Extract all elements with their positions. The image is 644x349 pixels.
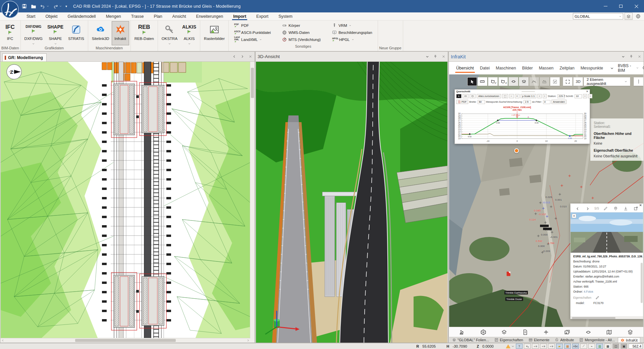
infrakit-nav-massen[interactable]: Massen: [536, 62, 556, 74]
profile-button[interactable]: [529, 77, 539, 86]
open-photo-button[interactable]: [633, 206, 639, 212]
node-list-toggle-2[interactable]: ∘≡: [540, 344, 547, 349]
dock-tab-global-folien[interactable]: "GLOBAL" Folien...: [450, 337, 491, 343]
images-icon[interactable]: [563, 328, 572, 336]
close-view-button[interactable]: [637, 54, 642, 59]
close-view-button[interactable]: [441, 54, 446, 59]
minimize-button[interactable]: [598, 0, 613, 12]
account-selector[interactable]: BVBS - BIM: [618, 63, 639, 73]
qs-prev-button[interactable]: ‹: [537, 94, 542, 98]
fill-toggle[interactable]: ▰: [556, 344, 563, 349]
globe-button[interactable]: [634, 13, 642, 20]
bridge-toggle[interactable]: ◫: [612, 344, 619, 349]
photo-prev-button[interactable]: [574, 206, 581, 212]
save-button[interactable]: [21, 3, 27, 9]
map-location-marker[interactable]: [514, 148, 519, 153]
edit-photo-button[interactable]: [602, 206, 609, 212]
diamond-icon[interactable]: [479, 328, 488, 336]
locate-photo-button[interactable]: [612, 206, 619, 212]
ribbon-button-landxml[interactable]: Land XMLLandXML: [233, 36, 272, 43]
menu-tab-mengen[interactable]: Mengen: [101, 12, 126, 20]
close-button[interactable]: [629, 0, 644, 12]
dock-tab-mengenliste-all[interactable]: Mengenliste - All...: [577, 337, 617, 343]
area-select-button[interactable]: [550, 77, 560, 86]
machine-icon[interactable]: [458, 328, 467, 336]
loop-icon[interactable]: [584, 328, 593, 336]
open-button[interactable]: [31, 3, 37, 9]
dock-tab-eigenschaften[interactable]: Eigenschaften: [492, 337, 526, 343]
qs-yscale-button[interactable]: y-Scale 1:1: [521, 94, 537, 98]
ribbon-button-dxf-dwg[interactable]: DXF/DWGDXF/DWG: [22, 21, 45, 45]
ribbon-button-alkis[interactable]: ALKISALKIS: [180, 21, 199, 45]
qs-zoom-in-button[interactable]: +: [515, 94, 520, 98]
menu-tab-plan[interactable]: Plan: [149, 12, 167, 20]
menu-tab-export[interactable]: Export: [251, 12, 273, 20]
station-input[interactable]: 229.7: [557, 94, 565, 98]
machine-label[interactable]: Trimble Earthworks: [504, 291, 528, 295]
surface-section-header[interactable]: Oberflächen Höhe und Fläche: [594, 132, 640, 140]
point-icon[interactable]: [542, 328, 550, 336]
menu-tab-ansicht[interactable]: Ansicht: [167, 12, 191, 20]
node-list-toggle-1[interactable]: ∘≡: [532, 344, 539, 349]
ribbon-button-infrakit[interactable]: Infrakit: [112, 21, 129, 45]
infrakit-nav-datei[interactable]: Datei: [477, 62, 493, 74]
ribbon-button-hpgl[interactable]: HPGLHPGL: [331, 36, 373, 43]
ribbon-button-k-rper[interactable]: Körper: [281, 22, 322, 29]
polygon-2d-tool-button[interactable]: 2: [488, 77, 498, 86]
qs-apply-button[interactable]: Anwenden: [551, 100, 567, 104]
ribbon-button-reb-daten[interactable]: REBREB-Daten: [132, 21, 156, 45]
infrakit-nav-maschinen[interactable]: Maschinen: [493, 62, 519, 74]
scroll-left-icon[interactable]: [1, 339, 4, 342]
dz-filter-input[interactable]: 0: [543, 100, 550, 104]
global-layer-select[interactable]: GLOBAL: [573, 13, 623, 19]
frame-toggle[interactable]: ▣: [621, 344, 627, 349]
menu-tab-objekt[interactable]: Objekt: [40, 12, 62, 20]
infrakit-map[interactable]: 2 3 3D 2 Ebenen ausgewählt: [449, 74, 643, 327]
qs-reset-button[interactable]: Alles zurücksetzen: [477, 94, 501, 98]
fullscreen-button[interactable]: [563, 77, 573, 86]
qs-pdf-button[interactable]: PDF: [456, 100, 468, 104]
point-delete-toggle[interactable]: ×ₓ: [524, 344, 531, 349]
machine-label[interactable]: Trimble Dozer: [505, 297, 523, 301]
cross-section-window[interactable]: Querschnitt ✕ Alles zurücksetzen − +: [454, 89, 590, 144]
dock-tab-elemente[interactable]: Elemente: [526, 337, 552, 343]
pin-button[interactable]: [433, 54, 438, 59]
menu-tab-erweiterungen[interactable]: Erweiterungen: [191, 12, 228, 20]
photo-next-button[interactable]: [584, 206, 591, 212]
grid-fill-toggle[interactable]: ▦: [564, 344, 571, 349]
section-line-button[interactable]: [519, 77, 529, 86]
scale-field[interactable]: 562.4: [629, 344, 643, 349]
scroll-right-icon[interactable]: [247, 339, 250, 342]
undo-button[interactable]: [40, 3, 49, 9]
dock-tab-infrakit[interactable]: InfraKit: [618, 337, 640, 343]
edit-properties-icon[interactable]: [595, 296, 599, 300]
polyline-toggle[interactable]: ⌁: [588, 344, 595, 349]
menu-tab-trasse[interactable]: Trasse: [126, 12, 149, 20]
customize-toolbar-button[interactable]: ▾: [65, 4, 67, 8]
menu-tab-start[interactable]: Start: [21, 12, 40, 20]
text-toggle[interactable]: Abc: [572, 344, 579, 349]
layers-icon[interactable]: [500, 328, 508, 336]
layers2-icon[interactable]: [626, 328, 635, 336]
layers-dropdown[interactable]: 2 Ebenen ausgewählt: [584, 77, 630, 86]
infrakit-nav-zeitplan[interactable]: Zeitplan: [556, 62, 577, 74]
photo-preview[interactable]: +: [571, 212, 643, 253]
dock-tab-attribute[interactable]: Attribute: [552, 337, 576, 343]
dropdown-button[interactable]: [425, 54, 430, 59]
pin-button[interactable]: [629, 54, 634, 59]
ruler-toggle[interactable]: ▥: [596, 344, 603, 349]
property-section-header[interactable]: Eigenschaft Oberfläche: [594, 148, 640, 152]
width-input[interactable]: 60: [478, 100, 485, 104]
qs-step-back-button[interactable]: ‹: [583, 94, 587, 98]
map-pdf-marker[interactable]: [506, 272, 510, 276]
ribbon-button-pdf[interactable]: PDFPDF: [233, 22, 272, 29]
select-tool-button[interactable]: [467, 77, 477, 86]
warning-indicator[interactable]: [506, 344, 515, 348]
scroll-right-button[interactable]: [240, 54, 245, 59]
doc-icon[interactable]: [521, 328, 530, 336]
infrakit-nav-messpunkte[interactable]: Messpunkte: [578, 62, 606, 74]
qs-polygon-button[interactable]: [470, 94, 476, 98]
qs-next-button[interactable]: ›: [543, 94, 547, 98]
download-photo-button[interactable]: [623, 206, 629, 212]
folder-link[interactable]: 4.Fotos: [584, 290, 593, 293]
